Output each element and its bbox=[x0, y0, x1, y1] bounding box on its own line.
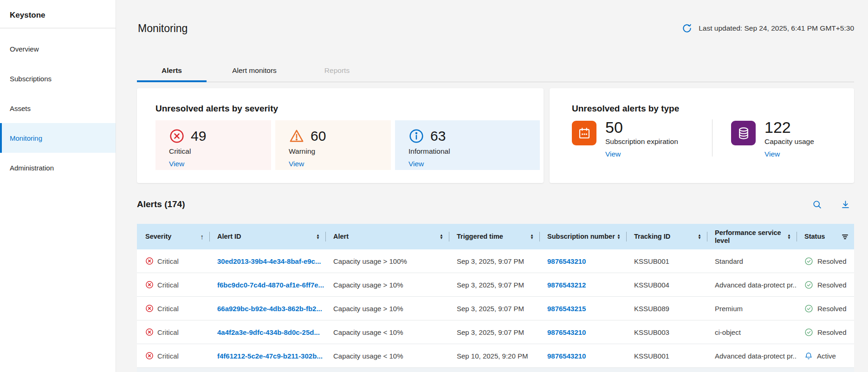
sidebar-item-subscriptions[interactable]: Subscriptions bbox=[0, 64, 116, 93]
alert-value: Capacity usage > 100% bbox=[326, 249, 449, 273]
table-row: Critical 4a4f2a3e-9dfc-434b-8d0c-25d... … bbox=[137, 320, 854, 344]
subscription-number-link[interactable]: 9876543215 bbox=[547, 305, 586, 313]
column-header-subscription-number[interactable]: Subscription number ▲▼ bbox=[540, 224, 627, 249]
critical-severity-icon bbox=[145, 257, 154, 265]
subscription-expiration-count: 50 bbox=[605, 119, 678, 135]
type-items: 50 Subscription expiration View bbox=[572, 119, 854, 158]
type-card-divider bbox=[712, 119, 713, 157]
severity-card: Unresolved alerts by severity 49 bbox=[137, 88, 544, 183]
view-subscription-expiration-link[interactable]: View bbox=[605, 150, 621, 158]
alerts-table: Severity ↑ Alert ID ▲▼ Alert ▲▼ Triggere… bbox=[137, 224, 854, 372]
active-bell-icon bbox=[804, 352, 813, 360]
alert-id-link[interactable]: 30ed2013-39b4-4e34-8baf-e9c... bbox=[217, 257, 321, 265]
critical-severity-icon bbox=[145, 281, 154, 289]
tab-reports[interactable]: Reports bbox=[302, 63, 372, 82]
sort-icon: ▲▼ bbox=[787, 234, 791, 240]
sort-icon: ▲▼ bbox=[316, 234, 320, 240]
view-warning-link[interactable]: View bbox=[289, 160, 304, 168]
column-header-severity[interactable]: Severity ↑ bbox=[137, 224, 210, 249]
calendar-icon bbox=[572, 121, 596, 145]
status-value: Resolved bbox=[817, 257, 847, 265]
triggered-time-value: Sep 3, 2025, 9:07 PM bbox=[449, 320, 540, 344]
alert-value: Capacity usage < 10% bbox=[326, 320, 449, 344]
capacity-usage-count: 122 bbox=[764, 119, 814, 135]
tracking-id-value: KSSUB003 bbox=[627, 320, 707, 344]
triggered-time-value: Sep 3, 2025, 9:07 PM bbox=[449, 273, 540, 296]
table-row: Critical 66a929bc-b92e-4db3-862b-fb2... … bbox=[137, 297, 854, 320]
tab-bar: Alerts Alert monitors Reports bbox=[137, 63, 854, 82]
partial-next-row bbox=[137, 368, 854, 372]
sidebar-nav: Overview Subscriptions Assets Monitoring… bbox=[0, 34, 116, 183]
triggered-time-value: Sep 3, 2025, 9:07 PM bbox=[449, 297, 540, 320]
table-row: Critical f6bc9dc0-7c4d-4870-af1e-6ff7e..… bbox=[137, 273, 854, 297]
subscription-expiration-item: 50 Subscription expiration View bbox=[572, 119, 694, 158]
severity-value: Critical bbox=[157, 352, 179, 360]
sort-ascending-icon: ↑ bbox=[201, 233, 204, 241]
type-card-title: Unresolved alerts by type bbox=[572, 104, 854, 114]
severity-card-title: Unresolved alerts by severity bbox=[155, 104, 540, 114]
alerts-section-header: Alerts (174) bbox=[137, 198, 854, 211]
alert-id-link[interactable]: f6bc9dc0-7c4d-4870-af1e-6ff7e... bbox=[217, 281, 324, 289]
column-header-triggered-time[interactable]: Triggered time ▲▼ bbox=[449, 224, 540, 249]
view-critical-link[interactable]: View bbox=[169, 160, 184, 168]
severity-tiles: 49 Critical View bbox=[155, 120, 540, 170]
tab-alerts[interactable]: Alerts bbox=[137, 63, 207, 82]
sort-icon: ▲▼ bbox=[617, 234, 621, 240]
informational-tile: 63 Informational View bbox=[395, 120, 540, 170]
performance-level-value: Advanced data-protect pr... bbox=[707, 344, 797, 367]
table-row: Critical 30ed2013-39b4-4e34-8baf-e9c... … bbox=[137, 249, 854, 273]
last-updated-text: Last updated: Sep 24, 2025, 6:41 PM GMT+… bbox=[699, 24, 854, 33]
tracking-id-value: KSSUB001 bbox=[627, 344, 707, 367]
performance-level-value: Advanced data-protect pr... bbox=[707, 273, 797, 296]
download-icon[interactable] bbox=[841, 200, 850, 209]
severity-value: Critical bbox=[157, 328, 179, 336]
page-header: Monitoring Last updated: Sep 24, 2025, 6… bbox=[137, 21, 854, 35]
column-header-alert[interactable]: Alert ▲▼ bbox=[326, 224, 449, 249]
resolved-check-icon bbox=[804, 328, 813, 337]
tracking-id-value: KSSUB004 bbox=[627, 273, 707, 296]
sidebar-item-assets[interactable]: Assets bbox=[0, 93, 116, 123]
warning-label: Warning bbox=[289, 147, 391, 156]
capacity-usage-item: 122 Capacity usage View bbox=[731, 119, 814, 158]
subscription-number-link[interactable]: 9876543210 bbox=[547, 352, 586, 360]
sidebar-item-administration[interactable]: Administration bbox=[0, 153, 116, 183]
view-informational-link[interactable]: View bbox=[408, 160, 424, 168]
critical-tile: 49 Critical View bbox=[155, 120, 271, 170]
alert-id-link[interactable]: 66a929bc-b92e-4db3-862b-fb2... bbox=[217, 305, 322, 313]
sidebar-item-monitoring[interactable]: Monitoring bbox=[0, 123, 116, 153]
status-value: Resolved bbox=[817, 305, 847, 313]
sort-icon: ▲▼ bbox=[698, 234, 701, 240]
subscription-number-link[interactable]: 9876543212 bbox=[547, 281, 586, 289]
performance-level-value: Standard bbox=[707, 249, 797, 273]
alert-value: Capacity usage > 10% bbox=[326, 273, 449, 296]
alert-id-link[interactable]: 4a4f2a3e-9dfc-434b-8d0c-25d... bbox=[217, 328, 320, 336]
capacity-usage-label: Capacity usage bbox=[764, 137, 814, 146]
table-header-row: Severity ↑ Alert ID ▲▼ Alert ▲▼ Triggere… bbox=[137, 224, 854, 249]
alert-value: Capacity usage < 10% bbox=[326, 344, 449, 367]
filter-icon[interactable] bbox=[842, 235, 848, 239]
view-capacity-usage-link[interactable]: View bbox=[764, 150, 780, 158]
tab-alert-monitors[interactable]: Alert monitors bbox=[220, 63, 289, 82]
tracking-id-value: KSSUB089 bbox=[627, 297, 707, 320]
info-circle-icon bbox=[408, 128, 424, 144]
column-header-tracking-id[interactable]: Tracking ID ▲▼ bbox=[627, 224, 707, 249]
last-updated: Last updated: Sep 24, 2025, 6:41 PM GMT+… bbox=[682, 23, 854, 33]
column-header-alert-id[interactable]: Alert ID ▲▼ bbox=[210, 224, 326, 249]
resolved-check-icon bbox=[804, 304, 813, 313]
alerts-table-title: Alerts (174) bbox=[137, 199, 185, 209]
summary-cards-row: Unresolved alerts by severity 49 bbox=[137, 88, 854, 183]
search-icon[interactable] bbox=[812, 200, 822, 209]
refresh-icon[interactable] bbox=[682, 23, 692, 33]
table-actions bbox=[812, 200, 854, 209]
column-header-status[interactable]: Status bbox=[797, 224, 854, 249]
critical-label: Critical bbox=[169, 147, 271, 156]
resolved-check-icon bbox=[804, 281, 813, 289]
sidebar-item-overview[interactable]: Overview bbox=[0, 34, 116, 64]
column-header-performance-service-level[interactable]: Performance service level ▲▼ bbox=[707, 224, 797, 249]
sidebar-divider bbox=[0, 28, 116, 28]
warning-triangle-icon bbox=[289, 128, 304, 144]
triggered-time-value: Sep 10, 2025, 9:20 PM bbox=[449, 344, 540, 367]
subscription-number-link[interactable]: 9876543210 bbox=[547, 328, 586, 336]
alert-id-link[interactable]: f4f61212-5c2e-47c9-b211-302b... bbox=[217, 352, 323, 360]
subscription-number-link[interactable]: 9876543210 bbox=[547, 257, 586, 265]
